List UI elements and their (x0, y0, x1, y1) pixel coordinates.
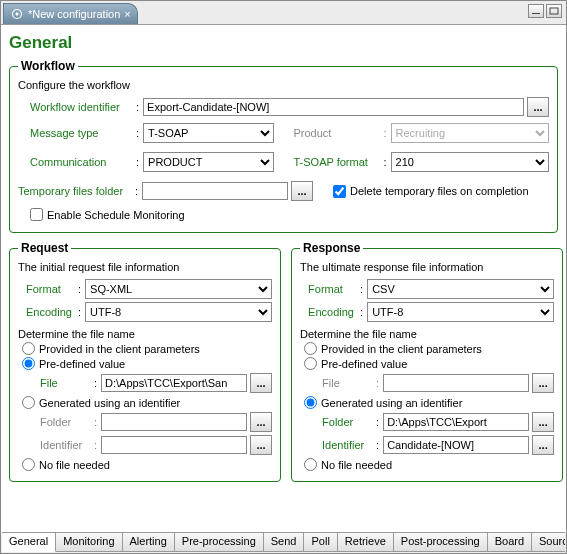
response-group: Response The ultimate response file info… (291, 241, 563, 482)
request-opt-gen-radio[interactable] (22, 396, 35, 409)
response-folder-label: Folder (322, 416, 374, 428)
tab-monitoring[interactable]: Monitoring (56, 533, 122, 552)
document-tab[interactable]: *New configuration × (3, 3, 138, 24)
request-determine-label: Determine the file name (18, 328, 272, 340)
request-identifier-browse-button[interactable]: ... (250, 435, 272, 455)
response-opt-predef[interactable]: Pre-defined value (304, 357, 554, 370)
tsoap-format-select[interactable]: 210 (391, 152, 549, 172)
response-opt-gen[interactable]: Generated using an identifier (304, 396, 554, 409)
response-opt-predef-radio[interactable] (304, 357, 317, 370)
tab-retrieve[interactable]: Retrieve (338, 533, 394, 552)
response-opt-gen-radio[interactable] (304, 396, 317, 409)
close-icon[interactable]: × (124, 8, 130, 20)
delete-temp-checkbox[interactable] (333, 185, 346, 198)
response-folder-input[interactable] (383, 413, 529, 431)
tab-poll[interactable]: Poll (304, 533, 337, 552)
tab-alerting[interactable]: Alerting (123, 533, 175, 552)
workflow-legend: Workflow (18, 59, 78, 73)
request-encoding-label: Encoding (26, 306, 76, 318)
document-tab-title: *New configuration (28, 8, 120, 20)
response-desc: The ultimate response file information (300, 261, 554, 273)
request-file-browse-button[interactable]: ... (250, 373, 272, 393)
request-file-input[interactable] (101, 374, 247, 392)
response-file-browse-button[interactable]: ... (532, 373, 554, 393)
product-label: Product (294, 127, 382, 139)
response-format-label: Format (308, 283, 358, 295)
config-icon (10, 7, 24, 21)
communication-select[interactable]: PRODUCT (143, 152, 273, 172)
message-type-select[interactable]: T-SOAP (143, 123, 273, 143)
request-legend: Request (18, 241, 71, 255)
bottom-tab-bar: General Monitoring Alerting Pre-processi… (2, 532, 565, 552)
workflow-desc: Configure the workflow (18, 79, 549, 91)
minimize-button[interactable] (528, 4, 544, 18)
response-legend: Response (300, 241, 363, 255)
tab-general[interactable]: General (2, 533, 56, 552)
request-opt-predef[interactable]: Pre-defined value (22, 357, 272, 370)
svg-rect-3 (550, 8, 558, 14)
request-folder-label: Folder (40, 416, 92, 428)
response-folder-browse-button[interactable]: ... (532, 412, 554, 432)
message-type-label: Message type (30, 127, 134, 139)
request-desc: The initial request file information (18, 261, 272, 273)
response-file-input (383, 374, 529, 392)
temp-folder-label: Temporary files folder (18, 185, 133, 197)
request-group: Request The initial request file informa… (9, 241, 281, 482)
request-opt-predef-radio[interactable] (22, 357, 35, 370)
request-file-label: File (40, 377, 92, 389)
enable-schedule-label: Enable Schedule Monitoring (47, 209, 185, 221)
request-format-select[interactable]: SQ-XML (85, 279, 272, 299)
response-identifier-browse-button[interactable]: ... (532, 435, 554, 455)
request-opt-none-radio[interactable] (22, 458, 35, 471)
workflow-identifier-input[interactable] (143, 98, 524, 116)
response-opt-none[interactable]: No file needed (304, 458, 554, 471)
tab-post-processing[interactable]: Post-processing (394, 533, 488, 552)
svg-point-1 (16, 13, 19, 16)
request-opt-client[interactable]: Provided in the client parameters (22, 342, 272, 355)
response-identifier-label: Identifier (322, 439, 374, 451)
request-folder-browse-button[interactable]: ... (250, 412, 272, 432)
request-identifier-label: Identifier (40, 439, 92, 451)
tab-send[interactable]: Send (264, 533, 305, 552)
tab-board[interactable]: Board (488, 533, 532, 552)
communication-label: Communication (30, 156, 134, 168)
tab-pre-processing[interactable]: Pre-processing (175, 533, 264, 552)
request-opt-client-radio[interactable] (22, 342, 35, 355)
product-select: Recruiting (391, 123, 549, 143)
response-encoding-label: Encoding (308, 306, 358, 318)
request-format-label: Format (26, 283, 76, 295)
workflow-group: Workflow Configure the workflow Workflow… (9, 59, 558, 233)
response-opt-none-radio[interactable] (304, 458, 317, 471)
maximize-button[interactable] (546, 4, 562, 18)
svg-rect-2 (532, 13, 540, 14)
temp-folder-browse-button[interactable]: ... (291, 181, 313, 201)
response-file-label: File (322, 377, 374, 389)
request-identifier-input (101, 436, 247, 454)
tab-source[interactable]: Source (532, 533, 565, 552)
request-opt-none[interactable]: No file needed (22, 458, 272, 471)
response-identifier-input[interactable] (383, 436, 529, 454)
response-opt-client-radio[interactable] (304, 342, 317, 355)
request-folder-input (101, 413, 247, 431)
temp-folder-input[interactable] (142, 182, 288, 200)
page-title: General (9, 33, 558, 53)
response-opt-client[interactable]: Provided in the client parameters (304, 342, 554, 355)
request-encoding-select[interactable]: UTF-8 (85, 302, 272, 322)
workflow-identifier-label: Workflow identifier (30, 101, 134, 113)
response-encoding-select[interactable]: UTF-8 (367, 302, 554, 322)
response-format-select[interactable]: CSV (367, 279, 554, 299)
request-opt-gen[interactable]: Generated using an identifier (22, 396, 272, 409)
enable-schedule-checkbox[interactable] (30, 208, 43, 221)
response-determine-label: Determine the file name (300, 328, 554, 340)
delete-temp-label: Delete temporary files on completion (350, 185, 529, 197)
tsoap-format-label: T-SOAP format (294, 156, 382, 168)
workflow-identifier-browse-button[interactable]: ... (527, 97, 549, 117)
